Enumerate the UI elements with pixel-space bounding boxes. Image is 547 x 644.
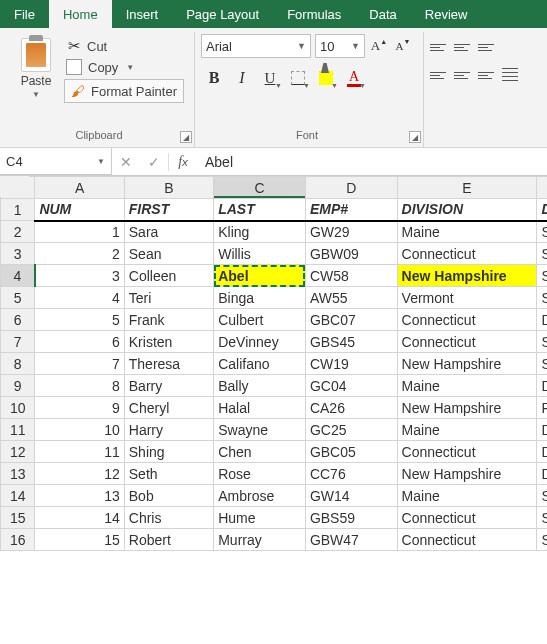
align-top-button[interactable] [430, 38, 450, 56]
name-box[interactable]: C4 ▼ [0, 148, 112, 175]
cell[interactable]: Ambrose [214, 485, 306, 507]
cancel-formula-button[interactable]: ✕ [112, 148, 140, 175]
accept-formula-button[interactable]: ✓ [140, 148, 168, 175]
cell[interactable]: DEPT [537, 199, 547, 221]
cell[interactable]: GW29 [305, 221, 397, 243]
cell[interactable]: Connecticut [397, 243, 537, 265]
underline-button[interactable]: U▼ [257, 66, 283, 90]
cell[interactable]: Connecticut [397, 309, 537, 331]
cell[interactable]: Sales [537, 221, 547, 243]
cell[interactable]: Murray [214, 529, 306, 551]
cell[interactable]: Connecticut [397, 331, 537, 353]
cell[interactable]: 4 [35, 287, 124, 309]
column-header-F[interactable]: F [537, 177, 547, 199]
cell[interactable]: Maine [397, 375, 537, 397]
cell[interactable]: DeVinney [214, 331, 306, 353]
row-header-7[interactable]: 7 [1, 331, 35, 353]
cell[interactable]: LAST [214, 199, 306, 221]
row-header-4[interactable]: 4 [1, 265, 35, 287]
decrease-font-size-button[interactable]: A▼ [393, 34, 413, 58]
copy-button[interactable]: Copy ▼ [64, 59, 184, 76]
cell[interactable]: Sales [537, 243, 547, 265]
cell[interactable]: 3 [35, 265, 124, 287]
insert-function-button[interactable]: fx [169, 148, 197, 175]
tab-data[interactable]: Data [355, 0, 410, 28]
decrease-indent-button[interactable] [502, 66, 522, 84]
cell[interactable]: GBC05 [305, 441, 397, 463]
cell[interactable]: Sales [537, 353, 547, 375]
cell[interactable]: Seth [124, 463, 213, 485]
cell[interactable]: 15 [35, 529, 124, 551]
cell[interactable]: EMP# [305, 199, 397, 221]
cell[interactable]: 11 [35, 441, 124, 463]
cell[interactable]: Sales [537, 287, 547, 309]
column-header-D[interactable]: D [305, 177, 397, 199]
row-header-10[interactable]: 10 [1, 397, 35, 419]
column-header-B[interactable]: B [124, 177, 213, 199]
tab-file[interactable]: File [0, 0, 49, 28]
row-header-14[interactable]: 14 [1, 485, 35, 507]
row-header-1[interactable]: 1 [1, 199, 35, 221]
cell[interactable]: 12 [35, 463, 124, 485]
cell[interactable]: GC25 [305, 419, 397, 441]
align-middle-button[interactable] [454, 38, 474, 56]
cell[interactable]: Sales [537, 485, 547, 507]
cell[interactable]: 14 [35, 507, 124, 529]
cell[interactable]: Rose [214, 463, 306, 485]
cell[interactable]: Bally [214, 375, 306, 397]
cell[interactable]: Chris [124, 507, 213, 529]
paste-button[interactable]: Paste ▼ [14, 34, 58, 99]
format-painter-button[interactable]: 🖌 Format Painter [64, 79, 184, 103]
cell[interactable]: Halal [214, 397, 306, 419]
cell[interactable]: 5 [35, 309, 124, 331]
cell[interactable]: DIVISION [397, 199, 537, 221]
cell[interactable]: Swayne [214, 419, 306, 441]
cell[interactable]: GBS45 [305, 331, 397, 353]
cell[interactable]: CC76 [305, 463, 397, 485]
cell[interactable]: Developm [537, 463, 547, 485]
cell[interactable]: GBC07 [305, 309, 397, 331]
fill-color-button[interactable]: ▼ [313, 66, 339, 90]
column-header-E[interactable]: E [397, 177, 537, 199]
cell[interactable]: Bob [124, 485, 213, 507]
formula-input[interactable] [197, 154, 547, 170]
cell[interactable]: 2 [35, 243, 124, 265]
cell[interactable]: Staff [537, 331, 547, 353]
row-header-16[interactable]: 16 [1, 529, 35, 551]
cell[interactable]: Maine [397, 419, 537, 441]
cell[interactable]: Teri [124, 287, 213, 309]
row-header-9[interactable]: 9 [1, 375, 35, 397]
cell[interactable]: 10 [35, 419, 124, 441]
cell[interactable]: NUM [35, 199, 124, 221]
cell[interactable]: Willis [214, 243, 306, 265]
cell[interactable]: 9 [35, 397, 124, 419]
cell[interactable]: 13 [35, 485, 124, 507]
cell[interactable]: 7 [35, 353, 124, 375]
cell[interactable]: Vermont [397, 287, 537, 309]
cell[interactable]: Developm [537, 375, 547, 397]
align-right-button[interactable] [478, 66, 498, 84]
font-size-select[interactable]: 10 ▼ [315, 34, 365, 58]
cell[interactable]: Theresa [124, 353, 213, 375]
cell[interactable]: Sara [124, 221, 213, 243]
cell[interactable]: Sales [537, 265, 547, 287]
dialog-launcher-clipboard[interactable]: ◢ [180, 131, 192, 143]
tab-review[interactable]: Review [411, 0, 482, 28]
cell[interactable]: Developm [537, 441, 547, 463]
cell[interactable]: Chen [214, 441, 306, 463]
italic-button[interactable]: I [229, 66, 255, 90]
cell[interactable]: Connecticut [397, 441, 537, 463]
cell[interactable]: 1 [35, 221, 124, 243]
row-header-8[interactable]: 8 [1, 353, 35, 375]
cell[interactable]: New Hampshire [397, 265, 537, 287]
border-button[interactable]: ▼ [285, 66, 311, 90]
cell[interactable]: New Hampshire [397, 397, 537, 419]
cell[interactable]: Robert [124, 529, 213, 551]
cell[interactable]: Kling [214, 221, 306, 243]
cell[interactable]: Staff [537, 507, 547, 529]
cell[interactable]: Colleen [124, 265, 213, 287]
align-left-button[interactable] [430, 66, 450, 84]
cell[interactable]: GBW09 [305, 243, 397, 265]
cell[interactable]: Developm [537, 309, 547, 331]
row-header-12[interactable]: 12 [1, 441, 35, 463]
